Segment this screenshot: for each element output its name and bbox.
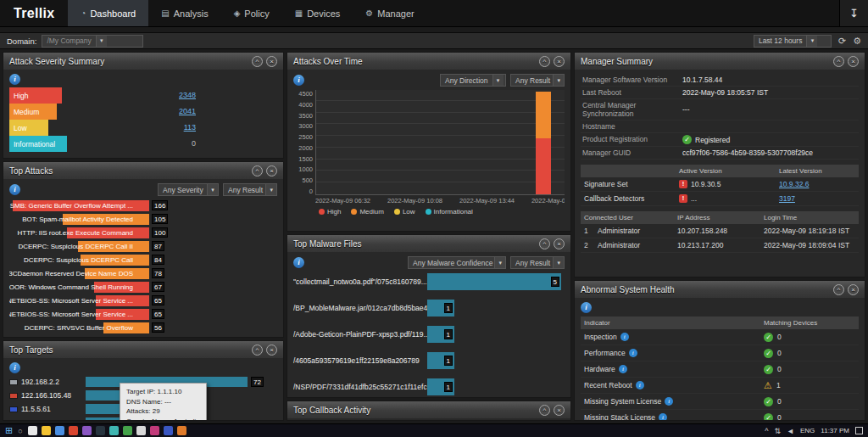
volume-icon[interactable]: ◄ <box>787 427 794 435</box>
user-name: Administrator <box>598 241 677 249</box>
taskbar-app-icon[interactable] <box>42 426 51 435</box>
attack-row: BOT: Spam-mailbot Activity Detected105 <box>9 213 277 227</box>
info-icon[interactable]: i <box>629 349 637 357</box>
nav-tab-dashboard[interactable]: ◔Dashboard <box>68 0 148 26</box>
severity-block: Low <box>9 120 48 136</box>
attack-label: BACKDOOR: Windows Command Shell Running <box>9 283 133 291</box>
result-filter-select[interactable]: Any Result▾ <box>510 74 565 87</box>
info-icon[interactable]: i <box>293 75 304 86</box>
severity-row: Informational0 <box>9 136 277 152</box>
result-filter-select[interactable]: Any Result▾ <box>223 183 277 196</box>
taskbar-app-icon[interactable] <box>96 426 105 435</box>
field-text: 10.1.7.58.44 <box>682 76 722 84</box>
network-icon[interactable]: ⇅ <box>775 427 782 435</box>
health-indicator: Recent Rebooti <box>584 381 764 389</box>
close-icon[interactable]: × <box>554 56 565 67</box>
panel-header: Top Attacks ^ × <box>3 162 283 179</box>
matching-devices: ✓0 <box>764 413 855 421</box>
middle-column: Attacks Over Time ^ × i Any Direction▾An… <box>287 52 571 421</box>
health-row: Hardwarei✓0 <box>581 361 859 378</box>
taskbar-app-icon[interactable] <box>109 426 119 435</box>
severity-count[interactable]: 2348 <box>136 91 196 99</box>
malware-confidence-filter-select[interactable]: Any Malware Confidence▾ <box>408 256 506 269</box>
info-icon[interactable]: i <box>620 333 629 341</box>
collapse-icon[interactable]: ^ <box>252 56 263 67</box>
info-icon[interactable]: i <box>581 302 592 313</box>
panel-header-icons: ^ × <box>539 238 565 249</box>
warning-status-icon: ⚠ <box>764 381 772 390</box>
tab-label: Manager <box>377 8 414 19</box>
severity-count[interactable]: 2041 <box>136 107 196 115</box>
collapse-icon[interactable]: ^ <box>833 284 844 295</box>
taskbar-app-icon[interactable] <box>150 426 159 435</box>
collapse-icon[interactable]: ^ <box>252 165 263 176</box>
taskbar-app-icon[interactable] <box>82 426 92 435</box>
gridline <box>316 147 565 148</box>
health-row: Missing System Licensei✓0 <box>581 394 859 410</box>
severity-filter-select[interactable]: Any Severity▾ <box>158 183 219 196</box>
refresh-icon[interactable]: ⟳ <box>838 36 846 47</box>
info-icon[interactable]: i <box>9 184 20 195</box>
result-filter-select[interactable]: Any Result▾ <box>510 256 565 269</box>
collapse-icon[interactable]: ^ <box>252 345 263 356</box>
version-table-header: Active VersionLatest Version <box>581 165 859 177</box>
target-ip: 11.5.5.61 <box>21 405 82 413</box>
search-icon[interactable]: ○ <box>18 427 22 435</box>
hidden-icons-chevron[interactable]: ^ <box>765 427 768 435</box>
update-alert-icon: ! <box>679 180 687 188</box>
close-icon[interactable]: × <box>266 56 277 67</box>
clock[interactable]: 11:37 PM <box>821 427 849 434</box>
taskbar-app-icon[interactable] <box>69 426 78 435</box>
close-icon[interactable]: × <box>554 405 565 416</box>
collapse-icon[interactable]: ^ <box>539 238 550 249</box>
download-button[interactable]: ↧ <box>839 0 868 26</box>
attack-row: TFTP: 3CDaemon Reserved Device Name DOS7… <box>9 267 277 281</box>
close-icon[interactable]: × <box>266 345 277 356</box>
severity-count[interactable]: 113 <box>136 123 196 132</box>
malware-filename: /NSP/PDF/7331df41dfb25c55271c1f11efc... <box>293 383 427 391</box>
info-icon[interactable]: i <box>619 365 627 373</box>
info-icon[interactable]: i <box>293 257 304 268</box>
close-icon[interactable]: × <box>848 56 859 67</box>
severity-rows: High2348Medium2041Low113Informational0 <box>9 87 277 152</box>
info-icon[interactable]: i <box>636 381 644 389</box>
domain-select[interactable]: /My Company ▾ <box>42 35 143 48</box>
indicator-label: Inspection <box>584 333 617 341</box>
panel-title: Top Malware Files <box>293 239 362 249</box>
select-value: Any Result <box>511 257 553 268</box>
close-icon[interactable]: × <box>848 284 859 295</box>
attack-count: 56 <box>152 322 164 333</box>
collapse-icon[interactable]: ^ <box>539 405 550 416</box>
language-indicator[interactable]: ENG <box>800 427 815 434</box>
taskbar-app-icon[interactable] <box>164 426 173 435</box>
time-range-select[interactable]: Last 12 hours ▾ <box>754 35 832 48</box>
panel-header-icons: ^ × <box>833 56 859 67</box>
latest-version-link[interactable]: 10.9.32.6 <box>779 180 809 188</box>
info-icon[interactable]: i <box>659 413 667 420</box>
taskbar-app-icon[interactable] <box>55 426 64 435</box>
collapse-icon[interactable]: ^ <box>539 56 550 67</box>
collapse-icon[interactable]: ^ <box>833 56 844 67</box>
close-icon[interactable]: × <box>554 238 565 249</box>
taskbar-app-icon[interactable] <box>177 426 186 435</box>
taskbar-app-icon[interactable] <box>123 426 132 435</box>
nav-tab-analysis[interactable]: ▤Analysis <box>148 0 220 26</box>
nav-tab-manager[interactable]: ⚙Manager <box>353 0 426 26</box>
nav-tab-policy[interactable]: ◈Policy <box>221 0 282 26</box>
taskbar-app-icon[interactable] <box>136 426 146 435</box>
taskbar-app-icon[interactable] <box>28 426 37 435</box>
y-tick-label: 500 <box>293 176 313 184</box>
info-icon[interactable]: i <box>665 397 673 406</box>
info-icon[interactable]: i <box>9 74 20 85</box>
health-row: Missing Stack Licensei✓0 <box>581 410 859 420</box>
direction-filter-select[interactable]: Any Direction▾ <box>440 74 506 87</box>
close-icon[interactable]: × <box>266 165 277 176</box>
settings-gear-icon[interactable]: ⚙ <box>853 36 861 47</box>
windows-start-icon[interactable]: ⊞ <box>5 425 13 436</box>
latest-version-link[interactable]: 3197 <box>779 194 795 203</box>
nav-tab-devices[interactable]: ▦Devices <box>282 0 353 26</box>
info-icon[interactable]: i <box>9 362 20 373</box>
action-center-icon[interactable] <box>855 427 863 434</box>
top-attacks-filters: Any Severity▾Any Result▾ <box>158 183 277 196</box>
brand-logo[interactable]: Trellix <box>0 0 68 26</box>
